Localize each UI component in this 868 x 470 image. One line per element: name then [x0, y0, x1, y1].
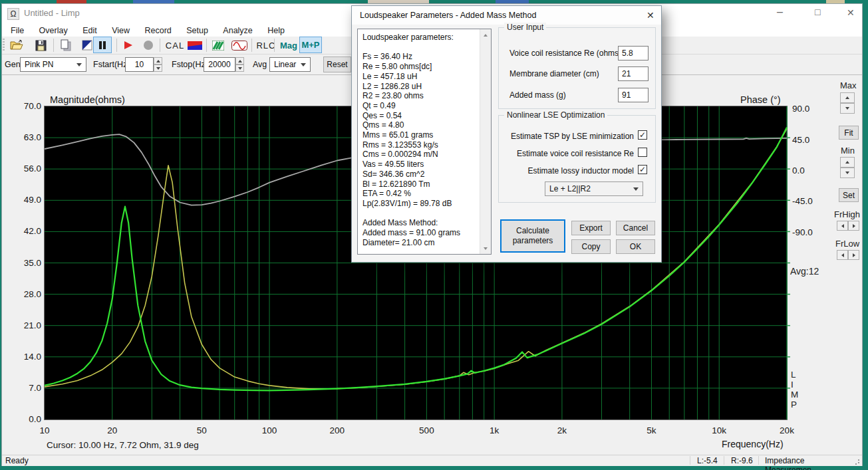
- generator-value: Pink PN: [25, 60, 53, 69]
- copy-button[interactable]: Copy: [571, 239, 611, 254]
- arrow-right-icon[interactable]: [848, 221, 859, 231]
- fstart-input[interactable]: [125, 57, 154, 72]
- calculate-parameters-button[interactable]: Calculate parameters: [500, 219, 565, 253]
- fit-button[interactable]: Fit: [839, 126, 859, 140]
- spin-down-icon[interactable]: [840, 103, 855, 114]
- frlow-stepper[interactable]: [837, 250, 859, 260]
- magnitude-axis-title: Magnitude(ohms): [50, 94, 125, 105]
- menu-help[interactable]: Help: [261, 25, 291, 37]
- cancel-button[interactable]: Cancel: [616, 221, 655, 235]
- magnitude-tick-label: 56.0: [16, 164, 41, 174]
- membrane-diameter-field[interactable]: [618, 66, 649, 81]
- toolbar-gripper[interactable]: [3, 39, 5, 52]
- menu-analyze[interactable]: Analyze: [217, 25, 258, 37]
- magnitude-tick-label: 28.0: [16, 289, 41, 299]
- resize-grip[interactable]: [858, 462, 859, 463]
- menu-record[interactable]: Record: [138, 25, 177, 37]
- menu-view[interactable]: View: [106, 25, 136, 37]
- close-button[interactable]: ✕: [847, 7, 855, 18]
- re-field[interactable]: [618, 46, 649, 60]
- maximize-button[interactable]: □: [815, 7, 820, 17]
- magnitude-tick-label: 14.0: [16, 352, 41, 362]
- cal-button[interactable]: CAL: [164, 37, 186, 53]
- added-mass-label: Added mass (g): [509, 90, 566, 100]
- scroll-down-icon[interactable]: [480, 243, 491, 254]
- phase-tick-label: 90.0: [792, 104, 809, 114]
- lse-re-checkbox[interactable]: [638, 148, 647, 157]
- phase-tick-label: -90.0: [792, 227, 813, 237]
- dialog-close-button[interactable]: ✕: [647, 10, 654, 21]
- minimize-button[interactable]: –: [777, 6, 783, 18]
- parameters-scrollbar[interactable]: [480, 29, 491, 254]
- export-button[interactable]: Export: [571, 221, 611, 235]
- scroll-up-icon[interactable]: [480, 29, 491, 41]
- menu-file[interactable]: File: [5, 25, 30, 37]
- menu-setup[interactable]: Setup: [180, 25, 214, 37]
- record-button[interactable]: [140, 37, 157, 53]
- menu-edit[interactable]: Edit: [76, 25, 103, 37]
- set-button[interactable]: Set: [839, 188, 859, 202]
- mag-button[interactable]: Mag: [278, 37, 299, 53]
- open-icon[interactable]: [8, 37, 25, 53]
- spin-up-icon[interactable]: [840, 92, 855, 103]
- fstart-stepper[interactable]: [154, 57, 162, 72]
- spin-down-icon[interactable]: [154, 64, 162, 72]
- record-glyph: [143, 40, 154, 51]
- max-stepper[interactable]: [840, 92, 855, 114]
- copy-page-icon[interactable]: [57, 37, 74, 53]
- lse-lossy-label: Estimate lossy inductor model: [528, 166, 634, 176]
- save-icon[interactable]: [32, 37, 49, 53]
- spin-down-icon[interactable]: [235, 64, 244, 72]
- magnitude-tick-label: 42.0: [16, 226, 41, 236]
- dual-gain-icon[interactable]: [186, 37, 204, 53]
- avg-select[interactable]: Linear: [269, 57, 311, 72]
- pause-glyph: [98, 41, 106, 49]
- frhigh-stepper[interactable]: [837, 221, 859, 231]
- generator-select[interactable]: Pink PN: [20, 57, 86, 72]
- re-field-label: Voice coil resistance Re (ohms): [509, 49, 621, 58]
- spin-up-icon[interactable]: [154, 57, 162, 64]
- arrow-right-icon[interactable]: [848, 250, 859, 260]
- membrane-diameter-label: Membrane diameter (cm): [509, 69, 599, 78]
- reset-button[interactable]: Reset: [323, 57, 351, 72]
- inductor-model-select[interactable]: Le + L2||R2: [545, 181, 643, 196]
- spin-down-icon[interactable]: [840, 168, 855, 178]
- status-right-level: R:-9.6: [731, 456, 753, 465]
- min-stepper[interactable]: [840, 157, 855, 178]
- parameters-text: Loudspeaker parameters: Fs = 36.40 Hz Re…: [362, 33, 476, 247]
- sine-wave-glyph: [231, 41, 247, 51]
- app-icon: Ω: [7, 8, 19, 20]
- lse-lossy-checkbox[interactable]: ✓: [638, 165, 647, 174]
- lse-tsp-checkbox[interactable]: ✓: [638, 130, 647, 140]
- arrow-left-icon[interactable]: [837, 250, 848, 260]
- arrow-left-icon[interactable]: [837, 221, 848, 231]
- spin-up-icon[interactable]: [235, 57, 244, 64]
- floppy-glyph: [35, 40, 47, 51]
- mag-phase-button[interactable]: M+P: [299, 37, 322, 53]
- frequency-tick-label: 200: [324, 425, 351, 435]
- fstop-input[interactable]: [204, 57, 235, 72]
- signal-generator-icon[interactable]: [230, 37, 249, 53]
- play-button[interactable]: [120, 37, 137, 53]
- loudspeaker-parameters-dialog: Loudspeaker Parameters - Added Mass Meth…: [351, 5, 662, 263]
- spectrum-icon[interactable]: [210, 37, 227, 53]
- chevron-down-icon: [633, 187, 639, 191]
- frequency-tick-label: 100: [256, 425, 283, 435]
- ok-button[interactable]: OK: [616, 239, 655, 254]
- status-ready: Ready: [5, 456, 29, 465]
- added-mass-field[interactable]: [618, 88, 649, 102]
- magnitude-tick-label: 35.0: [16, 258, 41, 268]
- dialog-title-bar[interactable]: Loudspeaker Parameters - Added Mass Meth…: [352, 6, 661, 25]
- lse-tsp-label: Estimate TSP by LSE minimization: [511, 132, 634, 141]
- flag-glyph: [82, 40, 92, 51]
- frhigh-label: FrHigh: [834, 209, 860, 219]
- fstop-stepper[interactable]: [235, 57, 244, 72]
- magnitude-tick-label: 0.0: [16, 414, 41, 424]
- frequency-tick-label: 500: [413, 425, 440, 435]
- frequency-tick-label: 50: [188, 425, 215, 435]
- pause-button[interactable]: [93, 37, 112, 53]
- magnitude-tick-label: 21.0: [16, 320, 41, 330]
- menu-overlay[interactable]: Overlay: [33, 25, 74, 37]
- limp-letter: I: [791, 380, 798, 390]
- spin-up-icon[interactable]: [840, 157, 855, 168]
